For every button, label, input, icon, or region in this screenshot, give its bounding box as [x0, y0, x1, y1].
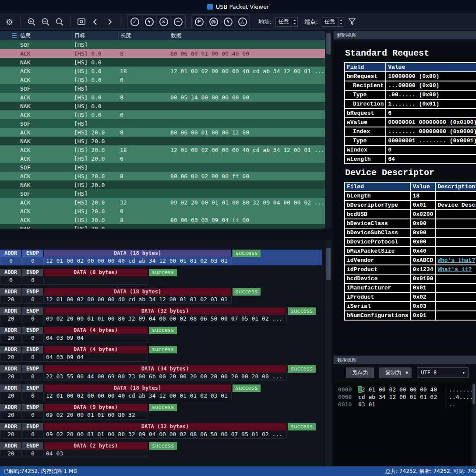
decode-row[interactable]: Type.00..... (0x00) [345, 90, 476, 99]
descriptor-link[interactable]: Who's that? [437, 257, 475, 264]
decode-row[interactable]: Type00000001 ........ (0x0001) [345, 136, 476, 145]
packet-row[interactable]: ACK[HS] 20.00 [0, 207, 325, 215]
column-header-info[interactable]: 信息 [0, 31, 72, 40]
transaction-row[interactable]: ADDRENDPDATA (18 bytes)success20012 01 0… [0, 288, 322, 304]
packet-row[interactable]: SOF[HS] [0, 84, 325, 93]
circle-warning-icon[interactable]: △ [236, 16, 249, 28]
transaction-row[interactable]: ADDRENDPDATA (18 bytes)success0012 01 00… [0, 250, 322, 265]
decode-row[interactable]: Direction1....... (0x01) [345, 99, 476, 109]
settings-gear-icon[interactable]: ⚙ [4, 16, 15, 28]
circle-check-icon[interactable]: ✓ [128, 16, 141, 28]
decode-row[interactable]: bDeviceSubClass0x00 [345, 228, 476, 237]
decode-row[interactable]: bRequest6 [345, 109, 476, 118]
circle-p-icon[interactable]: P [193, 16, 205, 28]
decode-row[interactable]: wIndex0 [345, 145, 476, 155]
hex-view[interactable]: 000012 01 00 02 00 00 00 40.......@0008c… [334, 383, 476, 466]
hex-scrollbar[interactable] [472, 383, 476, 466]
spin-down-icon[interactable] [293, 23, 296, 25]
hex-line[interactable]: 0008cd ab 34 12 00 01 01 02..4..... [338, 393, 476, 401]
hex-line[interactable]: 001003 01.. [338, 401, 476, 408]
packet-row[interactable]: ACK[HS] 0.0880 06 00 01 00 00 40 00 [0, 49, 325, 58]
endpoint-input[interactable]: 任意 [322, 17, 344, 27]
transaction-row[interactable]: ADDRENDPDATA (0 bytes)success00 [0, 269, 322, 285]
spin-down-icon[interactable] [340, 23, 342, 25]
next-packet-icon[interactable] [103, 16, 115, 28]
address-input[interactable]: 任意 [275, 17, 298, 27]
decode-row[interactable]: iProduct0x02 [345, 293, 476, 302]
packet-row[interactable]: ACK[HS] 20.01812 01 00 02 00 00 00 40 cd… [0, 145, 325, 154]
transaction-row[interactable]: ADDRENDPDATA (4 bytes)success20004 03 09… [0, 327, 322, 342]
packet-row[interactable]: SOF[HS] [0, 189, 325, 198]
address-spinner[interactable] [292, 18, 297, 26]
packet-row[interactable]: NAK[HS] 20.0 [0, 180, 325, 189]
endpoint-spinner[interactable] [338, 18, 344, 26]
save-as-button[interactable]: 另存为 [346, 367, 374, 378]
column-header-target[interactable]: 目标 [72, 31, 118, 40]
scrollbar-thumb[interactable] [472, 384, 475, 404]
circle-minus-icon[interactable]: − [172, 16, 184, 28]
spin-up-icon[interactable] [293, 19, 296, 21]
packet-row[interactable]: SOF[HS] [0, 40, 325, 49]
encoding-select[interactable]: UTF-8▼ [417, 367, 469, 378]
decode-row[interactable]: bNumConfigurations0x01 [345, 311, 476, 320]
packet-row[interactable]: NAK[HS] 20.0 [0, 224, 325, 229]
packet-row[interactable]: SOF[HS] [0, 119, 325, 128]
transaction-row[interactable]: ADDRENDPDATA (32 bytes)success20009 02 2… [0, 423, 322, 439]
transaction-row[interactable]: ADDRENDPDATA (9 bytes)success20009 02 20… [0, 404, 322, 420]
packet-row[interactable]: NAK[HS] 20.0 [0, 137, 325, 145]
circle-lightning-icon[interactable]: ϟ [143, 16, 155, 28]
decode-row[interactable]: iSerial0x03 [345, 302, 476, 311]
circle-spiral-icon[interactable]: @ [207, 16, 220, 28]
circle-cross-icon[interactable]: × [157, 16, 170, 28]
decode-row[interactable]: bDeviceClass0x00 [345, 219, 476, 228]
decode-row[interactable]: wValue00000001 00000000 (0x0100) [345, 118, 476, 127]
descriptor-link[interactable]: What's it? [437, 266, 472, 273]
transaction-scrollbar[interactable] [325, 240, 331, 466]
packet-row[interactable]: SOF[HS] [0, 163, 325, 172]
transaction-row[interactable]: ADDRENDPDATA (32 bytes)success20009 02 2… [0, 307, 322, 323]
decode-row[interactable]: idVendor0xABCDWho's that? [345, 256, 476, 265]
circle-bolt-icon[interactable]: ϟ [222, 16, 234, 28]
packet-row[interactable]: ACK[HS] 0.00 [0, 75, 325, 84]
spin-up-icon[interactable] [340, 19, 342, 21]
decode-row[interactable]: bLength18 [345, 191, 476, 201]
scrollbar-thumb[interactable] [326, 33, 331, 54]
packet-scrollbar[interactable] [325, 31, 331, 229]
decode-row[interactable]: bmRequest10000000 (0x80) [345, 72, 476, 81]
packet-row[interactable]: ACK[HS] 20.00 [0, 154, 325, 163]
filter-funnel-icon[interactable] [346, 16, 358, 28]
packet-row[interactable]: ACK[HS] 0.01812 01 00 02 00 00 00 40 cd … [0, 67, 325, 75]
transaction-row[interactable]: ADDRENDPDATA (2 bytes)success20004 03 [0, 442, 322, 458]
decode-row[interactable]: idProduct0x1234What's it? [345, 265, 476, 274]
prev-packet-icon[interactable] [89, 16, 101, 28]
capture-view-icon[interactable] [75, 16, 87, 28]
column-header-data[interactable]: 数据 [169, 31, 325, 40]
zoom-in-icon[interactable] [25, 16, 37, 28]
decode-row[interactable]: bcdUSB0x0200 [345, 210, 476, 219]
packet-row[interactable]: ACK[HS] 20.0880 06 03 03 09 04 ff 00 [0, 215, 325, 224]
packet-row[interactable]: ACK[HS] 20.0880 06 00 01 00 00 12 00 [0, 128, 325, 137]
transaction-row[interactable]: ADDRENDPDATA (18 bytes)success20012 01 0… [0, 384, 322, 400]
packet-row[interactable]: NAK[HS] 0.0 [0, 102, 325, 110]
copy-as-button[interactable]: 复制为▼ [379, 367, 412, 378]
packet-row[interactable]: ACK[HS] 20.03209 02 20 00 01 01 00 80 32… [0, 198, 325, 207]
column-header-length[interactable]: 长度 [118, 31, 169, 40]
decode-row[interactable]: wLength64 [345, 155, 476, 164]
scrollbar-thumb[interactable] [326, 248, 331, 280]
decode-row[interactable]: Recipient...00000 (0x00) [345, 81, 476, 90]
packet-row[interactable]: ACK[HS] 0.0800 05 14 00 00 00 00 00 [0, 93, 325, 102]
packet-row[interactable]: ACK[HS] 20.0880 06 00 02 00 00 ff 00 [0, 172, 325, 180]
decode-row[interactable]: bDeviceProtocol0x00 [345, 237, 476, 247]
zoom-search-icon[interactable] [53, 16, 65, 28]
transaction-row[interactable]: ADDRENDPDATA (4 bytes)success20004 03 09… [0, 346, 322, 362]
packet-row[interactable]: ACK[HS] 0.00 [0, 110, 325, 119]
decode-row[interactable]: Index........ 00000000 (0x0000) [345, 127, 476, 136]
transaction-row[interactable]: ADDRENDPDATA (34 bytes)success20022 03 5… [0, 365, 322, 381]
packet-row[interactable]: NAK[HS] 0.0 [0, 58, 325, 67]
zoom-out-icon[interactable] [39, 16, 51, 28]
decode-row[interactable]: bcdDevice0x0100 [345, 274, 476, 283]
decode-row[interactable]: iManufacturer0x01 [345, 283, 476, 293]
decode-row[interactable]: bDescriptorType0x01Device Descriptor [345, 201, 476, 210]
decode-row[interactable]: bMaxPacketSize0x40 [345, 247, 476, 256]
panel-splitter[interactable] [0, 229, 331, 240]
